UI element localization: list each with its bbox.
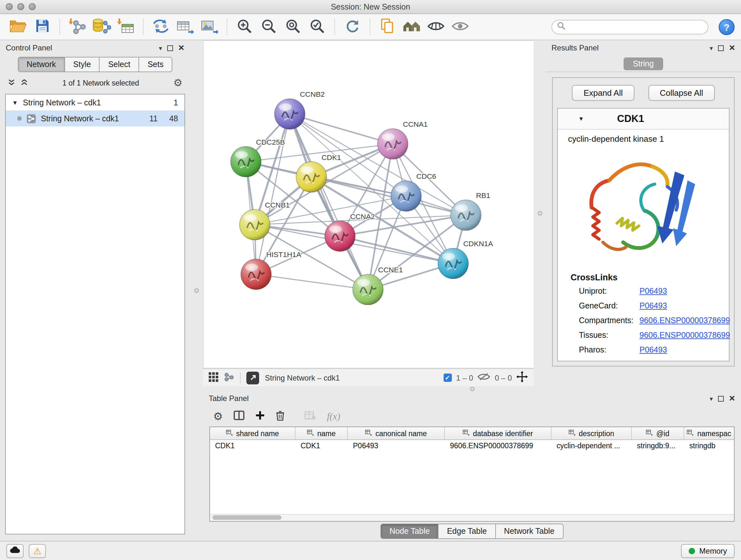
column-header[interactable]: name — [295, 427, 348, 439]
crosslink-compartments-link[interactable]: 9606.ENSP00000378699 — [639, 316, 730, 325]
horizontal-scrollbar-thumb[interactable] — [212, 515, 281, 520]
crosslink-pharos-link[interactable]: P06493 — [639, 345, 667, 354]
tab-style[interactable]: Style — [65, 57, 100, 71]
panel-close-icon[interactable]: ✕ — [178, 44, 185, 52]
export-table-button[interactable] — [174, 16, 197, 38]
warnings-button[interactable]: ⚠ — [29, 544, 46, 558]
table-settings-gear-icon[interactable]: ⚙ — [213, 411, 223, 422]
network-edge[interactable] — [290, 114, 393, 144]
tab-network[interactable]: Network — [18, 57, 65, 71]
zoom-fit-button[interactable] — [281, 16, 305, 38]
column-header[interactable]: shared name — [210, 427, 295, 439]
tab-sets[interactable]: Sets — [139, 57, 172, 71]
zoom-out-button[interactable] — [257, 16, 280, 38]
function-builder-icon[interactable]: f(x) — [327, 411, 340, 422]
save-session-button[interactable] — [30, 16, 54, 38]
collapse-all-button[interactable]: Collapse All — [649, 85, 715, 101]
selected-checkbox-icon[interactable]: ✓ — [443, 374, 452, 382]
tab-node-table[interactable]: Node Table — [381, 524, 439, 538]
horizontal-scrollbar-track[interactable] — [210, 514, 734, 521]
panel-menu-icon[interactable]: ▾ — [710, 395, 713, 402]
network-edge[interactable] — [290, 114, 368, 290]
tab-edge-table[interactable]: Edge Table — [439, 524, 496, 538]
crosslink-uniprot-link[interactable]: P06493 — [639, 287, 667, 295]
delete-column-trash-icon[interactable] — [276, 410, 285, 422]
disclosure-triangle-icon[interactable]: ▼ — [12, 99, 18, 106]
network-node[interactable] — [391, 181, 421, 211]
zoom-in-button[interactable] — [233, 16, 256, 38]
network-node[interactable] — [438, 248, 468, 279]
import-network-file-button[interactable] — [66, 16, 89, 38]
zoom-selected-button[interactable] — [306, 16, 329, 38]
node-label: HIST1H1A — [266, 250, 301, 259]
network-node[interactable] — [353, 274, 383, 305]
network-node[interactable] — [241, 259, 272, 290]
panel-close-icon[interactable]: ✕ — [729, 394, 735, 403]
copy-documents-button[interactable] — [376, 16, 399, 38]
close-window-button[interactable] — [6, 3, 13, 10]
tab-select[interactable]: Select — [100, 57, 139, 71]
pan-move-icon[interactable] — [516, 371, 528, 384]
crosslink-genecard-link[interactable]: P06493 — [639, 301, 667, 310]
expand-all-button[interactable]: Expand All — [572, 85, 634, 101]
add-column-plus-icon[interactable] — [256, 411, 265, 422]
import-table-button[interactable] — [114, 16, 137, 38]
cloud-status-button[interactable] — [6, 544, 23, 558]
column-header[interactable]: canonical name — [348, 427, 445, 439]
help-button[interactable]: ? — [719, 19, 735, 35]
export-image-button[interactable] — [198, 16, 221, 38]
minimize-window-button[interactable] — [17, 3, 24, 10]
tab-network-table[interactable]: Network Table — [495, 524, 562, 538]
show-columns-icon[interactable] — [234, 411, 245, 422]
network-node[interactable] — [451, 200, 481, 231]
home-views-button[interactable] — [400, 16, 423, 38]
panel-menu-icon[interactable]: ▾ — [710, 44, 713, 51]
birdseye-view-icon[interactable] — [224, 372, 234, 383]
import-network-database-button[interactable] — [90, 16, 113, 38]
network-node[interactable] — [231, 146, 261, 177]
column-header[interactable]: @id — [632, 427, 684, 439]
grid-view-icon[interactable] — [209, 372, 218, 383]
disclosure-triangle-icon[interactable]: ▼ — [578, 116, 584, 122]
memory-button[interactable]: Memory — [681, 544, 735, 558]
table-row[interactable]: CDK1 CDK1 P06493 9606.ENSP00000378699 cy… — [210, 440, 734, 451]
collapse-all-tree-icon[interactable] — [8, 78, 15, 87]
export-image-icon — [200, 17, 218, 36]
gene-section-header[interactable]: ▼ CDK1 — [558, 109, 729, 130]
column-header[interactable]: database identifier — [445, 427, 551, 439]
panel-splitter[interactable] — [534, 40, 546, 386]
panel-menu-icon[interactable]: ▾ — [159, 44, 162, 51]
new-network-selection-button[interactable] — [149, 16, 172, 38]
network-node[interactable] — [325, 221, 355, 252]
network-node[interactable] — [274, 99, 305, 129]
panel-float-icon[interactable] — [718, 395, 724, 401]
network-row-selected[interactable]: String Network – cdk1 11 48 — [6, 111, 185, 126]
refresh-view-button[interactable] — [341, 16, 364, 38]
zoom-window-button[interactable] — [29, 3, 36, 10]
column-header[interactable]: description — [551, 427, 632, 439]
panel-close-icon[interactable]: ✕ — [729, 44, 735, 52]
panel-splitter[interactable] — [203, 386, 741, 391]
open-session-button[interactable] — [6, 16, 29, 38]
panel-splitter[interactable] — [190, 40, 203, 541]
crosslink-tissues-link[interactable]: 9606.ENSP00000378699 — [639, 330, 730, 339]
zoom-selected-icon — [309, 17, 326, 36]
network-node[interactable] — [296, 162, 327, 192]
network-node[interactable] — [240, 209, 270, 240]
network-collection-row[interactable]: ▼ String Network – cdk1 1 — [6, 95, 185, 111]
search-input[interactable] — [569, 22, 703, 31]
panel-float-icon[interactable] — [167, 45, 173, 51]
gear-icon[interactable]: ⚙ — [173, 78, 183, 88]
panel-float-icon[interactable] — [718, 45, 724, 51]
network-edge[interactable] — [256, 274, 368, 290]
annotation-mode-button[interactable] — [246, 371, 259, 384]
column-header[interactable]: namespac — [684, 427, 734, 439]
hide-selected-button[interactable] — [424, 16, 448, 38]
network-edge[interactable] — [340, 236, 453, 264]
network-canvas[interactable]: CCNB2CCNA1CDC25BCDK1CDC6RB1CCNB1CCNA2CDK… — [204, 41, 534, 368]
network-node[interactable] — [378, 129, 408, 159]
show-all-button[interactable] — [449, 16, 472, 38]
tab-string[interactable]: String — [623, 57, 663, 70]
collection-label: String Network – cdk1 — [23, 98, 101, 107]
expand-all-tree-icon[interactable] — [20, 78, 28, 87]
